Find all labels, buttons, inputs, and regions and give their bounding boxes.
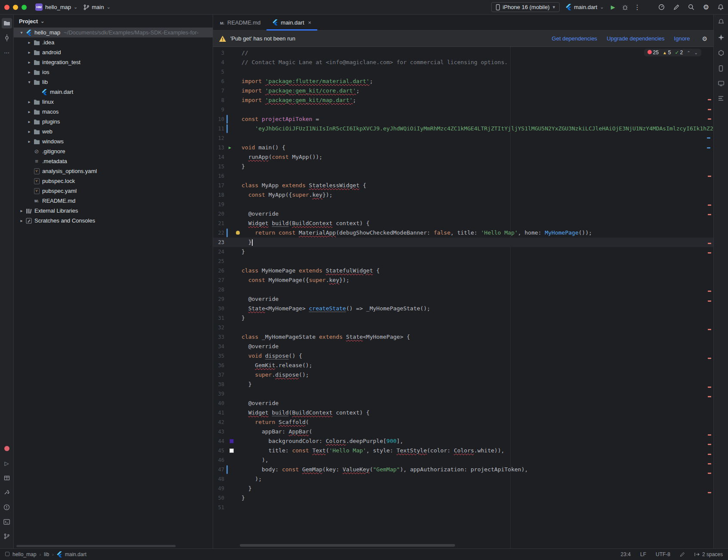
color-swatch[interactable] xyxy=(229,449,234,453)
code-line-6[interactable]: 6import 'package:flutter/material.dart'; xyxy=(213,77,713,86)
code-editor[interactable]: 3//4// Contact Magic Lane at <info@magic… xyxy=(213,47,713,548)
code-line-15[interactable]: 15} xyxy=(213,162,713,171)
error-stripe-mark[interactable] xyxy=(708,358,711,359)
code-line-37[interactable]: 37 super.dispose(); xyxy=(213,370,713,380)
error-stripe-mark[interactable] xyxy=(708,444,711,445)
running-devices-tool-button[interactable] xyxy=(718,81,724,86)
code-line-3[interactable]: 3// xyxy=(213,48,713,58)
chevron-right-icon[interactable]: ▸ xyxy=(18,218,25,223)
intention-bulb-icon[interactable] xyxy=(236,231,240,235)
chevron-down-icon[interactable]: ▾ xyxy=(18,30,25,35)
profiler-icon[interactable] xyxy=(658,4,665,10)
error-stripe-mark[interactable] xyxy=(708,243,711,244)
code-line-30[interactable]: 30 State<MyHomePage> createState() => _M… xyxy=(213,304,713,313)
code-line-29[interactable]: 29 @override xyxy=(213,294,713,304)
code-line-50[interactable]: 50} xyxy=(213,493,713,503)
banner-action-upgrade-dependencies[interactable]: Upgrade dependencies xyxy=(607,35,664,42)
code-line-43[interactable]: 43 appBar: AppBar( xyxy=(213,427,713,436)
error-stripe-mark[interactable] xyxy=(708,329,711,330)
chevron-right-icon[interactable]: ▸ xyxy=(26,139,33,144)
code-line-42[interactable]: 42 return Scaffold( xyxy=(213,418,713,427)
color-swatch[interactable] xyxy=(229,439,234,443)
packages-tool-window-button[interactable] xyxy=(2,473,12,483)
minimize-window-button[interactable] xyxy=(13,5,18,10)
chevron-right-icon[interactable]: ▸ xyxy=(26,119,33,124)
tree-item-pubspec-yaml[interactable]: Ypubspec.yaml xyxy=(14,186,213,196)
code-line-40[interactable]: 40 @override xyxy=(213,399,713,408)
editor-hscrollbar[interactable] xyxy=(213,544,713,547)
run-gutter-icon[interactable]: ▶ xyxy=(229,143,231,152)
error-stripe-mark[interactable] xyxy=(708,99,711,100)
code-line-18[interactable]: 18 const MyApp({super.key}); xyxy=(213,190,713,200)
code-line-16[interactable]: 16 xyxy=(213,171,713,181)
next-problem-button[interactable]: ⌄ xyxy=(694,50,698,55)
code-line-24[interactable]: 24} xyxy=(213,247,713,257)
search-icon[interactable] xyxy=(688,4,694,10)
code-line-22[interactable]: 22 return const MaterialApp(debugShowChe… xyxy=(213,228,713,238)
code-line-38[interactable]: 38 } xyxy=(213,380,713,389)
tree-item-plugins[interactable]: ▸plugins xyxy=(14,117,213,127)
banner-action-ignore[interactable]: Ignore xyxy=(674,35,690,42)
terminal-tool-window-button[interactable] xyxy=(2,517,12,527)
error-stripe-mark[interactable] xyxy=(708,396,711,397)
code-line-44[interactable]: 44 backgroundColor: Colors.deepPurple[90… xyxy=(213,436,713,446)
ai-assistant-tool-button[interactable] xyxy=(718,34,724,40)
code-line-33[interactable]: 33class _MyHomePageState extends State<M… xyxy=(213,332,713,342)
tree-item-macos[interactable]: ▸macos xyxy=(14,107,213,117)
scrollbar-thumb[interactable] xyxy=(240,544,455,547)
project-panel-header[interactable]: Project ⌄ xyxy=(14,15,213,28)
code-line-19[interactable]: 19 xyxy=(213,200,713,209)
code-line-45[interactable]: 45 title: const Text('Hello Map', style:… xyxy=(213,446,713,455)
tree-item-external-libraries[interactable]: ▸External Libraries xyxy=(14,206,213,216)
error-stripe-mark[interactable] xyxy=(708,204,711,206)
tab-readme-md[interactable]: M↓README.md xyxy=(214,15,266,30)
code-line-47[interactable]: 47 body: const GemMap(key: ValueKey("Gem… xyxy=(213,465,713,474)
structure-tool-button[interactable] xyxy=(718,96,724,101)
error-stripe-mark[interactable] xyxy=(708,454,711,455)
code-line-35[interactable]: 35 void dispose() { xyxy=(213,351,713,361)
error-stripe-mark[interactable] xyxy=(708,109,711,110)
project-tool-window-button[interactable] xyxy=(2,18,12,28)
error-stripe-mark[interactable] xyxy=(708,252,711,254)
breadcrumb-item[interactable]: lib xyxy=(44,551,49,557)
code-line-13[interactable]: 13▶void main() { xyxy=(213,143,713,152)
run-button[interactable]: ▶ xyxy=(610,4,616,10)
error-stripe-mark[interactable] xyxy=(708,387,711,388)
error-stripe-mark[interactable] xyxy=(708,118,711,120)
pen-icon[interactable] xyxy=(680,552,685,557)
change-stripe-mark[interactable] xyxy=(707,147,710,149)
more-actions-icon[interactable]: ⋮ xyxy=(634,3,641,11)
error-stripe-mark[interactable] xyxy=(708,434,711,436)
more-tool-windows-icon[interactable]: ⋯ xyxy=(2,47,12,58)
tree-item-web[interactable]: ▸web xyxy=(14,127,213,136)
code-line-49[interactable]: 49 } xyxy=(213,484,713,493)
code-line-41[interactable]: 41 Widget build(BuildContext context) { xyxy=(213,408,713,418)
error-stripe-mark[interactable] xyxy=(708,492,711,493)
branch-selector[interactable]: main ⌄ xyxy=(84,4,110,10)
tree-item-metadata[interactable]: ≡.metadata xyxy=(14,156,213,166)
chevron-right-icon[interactable]: ▸ xyxy=(26,109,33,114)
chevron-right-icon[interactable]: ▸ xyxy=(26,129,33,134)
code-line-32[interactable]: 32 xyxy=(213,323,713,332)
commit-tool-window-button[interactable] xyxy=(2,33,12,43)
code-line-36[interactable]: 36 GemKit.release(); xyxy=(213,361,713,370)
chevron-right-icon[interactable]: ▸ xyxy=(26,50,33,55)
previous-problem-button[interactable]: ⌃ xyxy=(687,50,690,55)
tree-item-windows[interactable]: ▸windows xyxy=(14,136,213,146)
code-line-17[interactable]: 17class MyApp extends StatelessWidget { xyxy=(213,181,713,190)
close-tab-icon[interactable]: × xyxy=(308,19,312,26)
tree-item-readme-md[interactable]: M↓README.md xyxy=(14,196,213,206)
error-stripe-mark[interactable] xyxy=(708,214,711,215)
code-line-4[interactable]: 4// Contact Magic Lane at <info@magiclan… xyxy=(213,58,713,67)
code-line-5[interactable]: 5 xyxy=(213,67,713,77)
code-line-27[interactable]: 27 const MyHomePage({super.key}); xyxy=(213,275,713,285)
chevron-right-icon[interactable]: ▸ xyxy=(26,60,33,65)
change-stripe-mark[interactable] xyxy=(707,137,710,139)
problems-tool-window-button[interactable] xyxy=(2,502,12,512)
gradle-tool-button[interactable] xyxy=(718,50,724,56)
error-stripe-mark[interactable] xyxy=(708,473,711,474)
tree-item-scratches-and-consoles[interactable]: ▸Scratches and Consoles xyxy=(14,216,213,226)
code-line-10[interactable]: 10const projectApiToken = xyxy=(213,114,713,124)
pencil-icon[interactable] xyxy=(673,4,679,10)
caret-position[interactable]: 23:4 xyxy=(621,551,631,557)
